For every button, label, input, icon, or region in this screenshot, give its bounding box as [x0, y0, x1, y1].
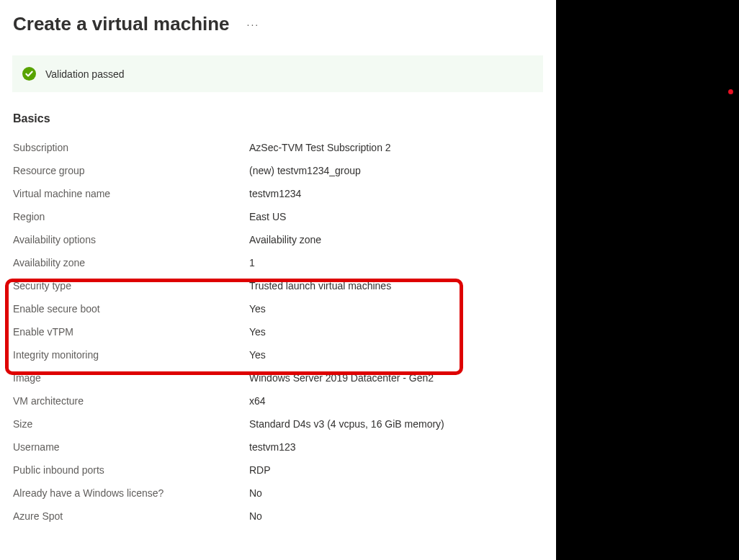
property-row: Image Windows Server 2019 Datacenter - G… — [13, 369, 543, 392]
property-label: Enable vTPM — [13, 326, 249, 338]
property-label: Already have a Windows license? — [13, 487, 249, 499]
property-row: Enable secure boot Yes — [13, 299, 543, 322]
property-value: Yes — [249, 349, 543, 361]
property-label: Enable secure boot — [13, 303, 249, 315]
property-label: Virtual machine name — [13, 188, 249, 199]
property-row: Subscription AzSec-TVM Test Subscription… — [13, 138, 543, 161]
property-label: Region — [13, 211, 249, 222]
validation-banner: Validation passed — [12, 55, 543, 92]
page-title: Create a virtual machine — [13, 13, 230, 35]
property-row: Security type Trusted launch virtual mac… — [13, 276, 543, 299]
property-row: Azure Spot No — [13, 507, 543, 530]
property-label: Azure Spot — [13, 510, 249, 522]
property-value: AzSec-TVM Test Subscription 2 — [249, 142, 543, 153]
property-row: Resource group (new) testvm1234_group — [13, 161, 543, 184]
property-label: Integrity monitoring — [13, 349, 249, 361]
basics-section: Basics Subscription AzSec-TVM Test Subsc… — [0, 92, 556, 530]
property-label: Resource group — [13, 165, 249, 176]
property-value: x64 — [249, 395, 543, 407]
main-content: Create a virtual machine ··· Validation … — [0, 0, 556, 560]
property-list: Subscription AzSec-TVM Test Subscription… — [13, 138, 543, 530]
property-label: Availability options — [13, 234, 249, 245]
property-value: RDP — [249, 464, 543, 476]
property-label: Image — [13, 372, 249, 384]
property-value: (new) testvm1234_group — [249, 165, 543, 176]
property-row: VM architecture x64 — [13, 392, 543, 415]
property-label: Username — [13, 441, 249, 453]
property-value: East US — [249, 211, 543, 222]
property-value: No — [249, 510, 543, 522]
property-row: Enable vTPM Yes — [13, 322, 543, 346]
property-row: Public inbound ports RDP — [13, 461, 543, 484]
property-label: Availability zone — [13, 257, 249, 268]
property-row: Availability zone 1 — [13, 253, 543, 276]
property-value: Yes — [249, 326, 543, 338]
more-icon[interactable]: ··· — [247, 19, 260, 30]
validation-text: Validation passed — [45, 68, 124, 80]
property-value: Trusted launch virtual machines — [249, 280, 543, 292]
red-dot-icon — [728, 89, 733, 94]
property-row: Virtual machine name testvm1234 — [13, 184, 543, 207]
property-label: VM architecture — [13, 395, 249, 407]
property-value: Yes — [249, 303, 543, 315]
property-value: testvm123 — [249, 441, 543, 453]
property-row: Username testvm123 — [13, 438, 543, 461]
property-row: Availability options Availability zone — [13, 230, 543, 253]
right-black-panel — [556, 0, 739, 560]
property-value: 1 — [249, 257, 543, 268]
property-label: Public inbound ports — [13, 464, 249, 476]
property-label: Security type — [13, 280, 249, 292]
property-value: Standard D4s v3 (4 vcpus, 16 GiB memory) — [249, 418, 543, 430]
property-row: Region East US — [13, 207, 543, 230]
property-row: Size Standard D4s v3 (4 vcpus, 16 GiB me… — [13, 415, 543, 438]
property-row: Integrity monitoring Yes — [13, 346, 543, 369]
property-label: Subscription — [13, 142, 249, 153]
property-value: Windows Server 2019 Datacenter - Gen2 — [249, 372, 543, 384]
property-row: Already have a Windows license? No — [13, 484, 543, 507]
section-title: Basics — [13, 112, 543, 125]
property-value: Availability zone — [249, 234, 543, 245]
header: Create a virtual machine ··· — [0, 0, 556, 55]
property-value: testvm1234 — [249, 188, 543, 199]
property-label: Size — [13, 418, 249, 430]
property-value: No — [249, 487, 543, 499]
check-circle-icon — [22, 67, 36, 81]
